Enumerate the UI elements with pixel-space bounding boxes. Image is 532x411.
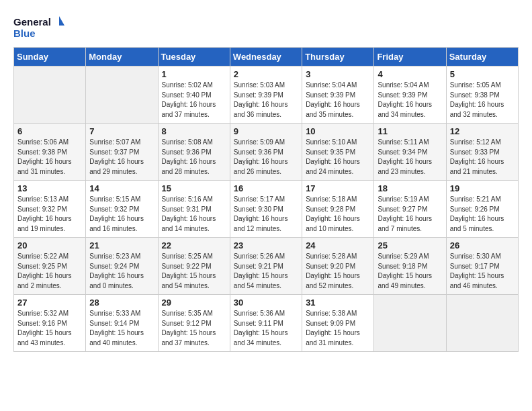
calendar-cell — [374, 295, 446, 352]
day-info: Sunrise: 5:17 AM Sunset: 9:30 PM Dayligh… — [234, 195, 298, 234]
day-info: Sunrise: 5:19 AM Sunset: 9:27 PM Dayligh… — [378, 195, 442, 234]
calendar-cell: 8Sunrise: 5:08 AM Sunset: 9:36 PM Daylig… — [158, 124, 230, 181]
day-number: 30 — [234, 298, 298, 308]
day-info: Sunrise: 5:28 AM Sunset: 9:20 PM Dayligh… — [306, 252, 370, 291]
logo: GeneralBlue — [13, 13, 67, 40]
day-info: Sunrise: 5:04 AM Sunset: 9:39 PM Dayligh… — [306, 81, 370, 120]
day-number: 15 — [162, 183, 226, 193]
calendar-cell: 20Sunrise: 5:22 AM Sunset: 9:25 PM Dayli… — [14, 238, 86, 295]
day-number: 13 — [17, 183, 82, 193]
calendar-cell: 2Sunrise: 5:03 AM Sunset: 9:39 PM Daylig… — [230, 66, 302, 124]
day-info: Sunrise: 5:30 AM Sunset: 9:17 PM Dayligh… — [450, 252, 515, 291]
calendar-cell: 16Sunrise: 5:17 AM Sunset: 9:30 PM Dayli… — [230, 181, 302, 238]
day-info: Sunrise: 5:03 AM Sunset: 9:39 PM Dayligh… — [234, 81, 298, 120]
svg-text:Blue: Blue — [13, 28, 36, 39]
day-info: Sunrise: 5:26 AM Sunset: 9:21 PM Dayligh… — [234, 252, 298, 291]
day-number: 3 — [306, 69, 370, 79]
day-number: 11 — [378, 126, 442, 136]
page-header: GeneralBlue — [13, 13, 519, 40]
day-number: 12 — [450, 126, 515, 136]
calendar-cell: 24Sunrise: 5:28 AM Sunset: 9:20 PM Dayli… — [302, 238, 374, 295]
day-info: Sunrise: 5:10 AM Sunset: 9:35 PM Dayligh… — [306, 138, 370, 177]
header-tuesday: Tuesday — [158, 48, 230, 66]
day-info: Sunrise: 5:08 AM Sunset: 9:36 PM Dayligh… — [162, 138, 226, 177]
calendar-cell: 6Sunrise: 5:06 AM Sunset: 9:38 PM Daylig… — [14, 124, 86, 181]
calendar-cell: 13Sunrise: 5:13 AM Sunset: 9:32 PM Dayli… — [14, 181, 86, 238]
calendar-week-row: 20Sunrise: 5:22 AM Sunset: 9:25 PM Dayli… — [14, 238, 519, 295]
calendar-cell: 19Sunrise: 5:21 AM Sunset: 9:26 PM Dayli… — [446, 181, 518, 238]
day-number: 25 — [378, 240, 442, 250]
day-info: Sunrise: 5:16 AM Sunset: 9:31 PM Dayligh… — [162, 195, 226, 234]
day-number: 18 — [378, 183, 442, 193]
day-number: 7 — [89, 126, 154, 136]
calendar-cell: 27Sunrise: 5:32 AM Sunset: 9:16 PM Dayli… — [14, 295, 86, 352]
day-info: Sunrise: 5:38 AM Sunset: 9:09 PM Dayligh… — [306, 309, 370, 348]
day-number: 23 — [234, 240, 298, 250]
day-number: 1 — [162, 69, 226, 79]
day-info: Sunrise: 5:33 AM Sunset: 9:14 PM Dayligh… — [89, 309, 154, 348]
day-number: 6 — [17, 126, 82, 136]
svg-marker-2 — [59, 16, 64, 26]
day-number: 19 — [450, 183, 515, 193]
day-number: 17 — [306, 183, 370, 193]
calendar-week-row: 6Sunrise: 5:06 AM Sunset: 9:38 PM Daylig… — [14, 124, 519, 181]
day-info: Sunrise: 5:18 AM Sunset: 9:28 PM Dayligh… — [306, 195, 370, 234]
calendar-cell: 18Sunrise: 5:19 AM Sunset: 9:27 PM Dayli… — [374, 181, 446, 238]
calendar-cell: 22Sunrise: 5:25 AM Sunset: 9:22 PM Dayli… — [158, 238, 230, 295]
header-thursday: Thursday — [302, 48, 374, 66]
day-info: Sunrise: 5:21 AM Sunset: 9:26 PM Dayligh… — [450, 195, 515, 234]
day-number: 21 — [89, 240, 154, 250]
day-number: 24 — [306, 240, 370, 250]
day-number: 28 — [89, 298, 154, 308]
day-info: Sunrise: 5:23 AM Sunset: 9:24 PM Dayligh… — [89, 252, 154, 291]
day-info: Sunrise: 5:25 AM Sunset: 9:22 PM Dayligh… — [162, 252, 226, 291]
calendar-cell — [446, 295, 518, 352]
day-info: Sunrise: 5:29 AM Sunset: 9:18 PM Dayligh… — [378, 252, 442, 291]
header-monday: Monday — [86, 48, 158, 66]
calendar-cell: 25Sunrise: 5:29 AM Sunset: 9:18 PM Dayli… — [374, 238, 446, 295]
calendar-cell: 28Sunrise: 5:33 AM Sunset: 9:14 PM Dayli… — [86, 295, 158, 352]
day-info: Sunrise: 5:12 AM Sunset: 9:33 PM Dayligh… — [450, 138, 515, 177]
day-info: Sunrise: 5:06 AM Sunset: 9:38 PM Dayligh… — [17, 138, 82, 177]
calendar-cell: 5Sunrise: 5:05 AM Sunset: 9:38 PM Daylig… — [446, 66, 518, 124]
day-number: 10 — [306, 126, 370, 136]
day-info: Sunrise: 5:32 AM Sunset: 9:16 PM Dayligh… — [17, 309, 82, 348]
day-info: Sunrise: 5:09 AM Sunset: 9:36 PM Dayligh… — [234, 138, 298, 177]
calendar-cell: 31Sunrise: 5:38 AM Sunset: 9:09 PM Dayli… — [302, 295, 374, 352]
calendar-cell: 17Sunrise: 5:18 AM Sunset: 9:28 PM Dayli… — [302, 181, 374, 238]
day-number: 8 — [162, 126, 226, 136]
calendar-cell: 9Sunrise: 5:09 AM Sunset: 9:36 PM Daylig… — [230, 124, 302, 181]
logo-icon: GeneralBlue — [13, 13, 67, 40]
day-number: 22 — [162, 240, 226, 250]
day-number: 31 — [306, 298, 370, 308]
day-number: 9 — [234, 126, 298, 136]
calendar-cell: 11Sunrise: 5:11 AM Sunset: 9:34 PM Dayli… — [374, 124, 446, 181]
day-number: 26 — [450, 240, 515, 250]
day-number: 2 — [234, 69, 298, 79]
calendar-week-row: 13Sunrise: 5:13 AM Sunset: 9:32 PM Dayli… — [14, 181, 519, 238]
header-wednesday: Wednesday — [230, 48, 302, 66]
calendar-cell: 1Sunrise: 5:02 AM Sunset: 9:40 PM Daylig… — [158, 66, 230, 124]
day-number: 16 — [234, 183, 298, 193]
calendar-cell — [14, 66, 86, 124]
calendar-cell: 12Sunrise: 5:12 AM Sunset: 9:33 PM Dayli… — [446, 124, 518, 181]
day-info: Sunrise: 5:11 AM Sunset: 9:34 PM Dayligh… — [378, 138, 442, 177]
calendar-week-row: 1Sunrise: 5:02 AM Sunset: 9:40 PM Daylig… — [14, 66, 519, 124]
day-info: Sunrise: 5:07 AM Sunset: 9:37 PM Dayligh… — [89, 138, 154, 177]
calendar-cell: 21Sunrise: 5:23 AM Sunset: 9:24 PM Dayli… — [86, 238, 158, 295]
calendar-cell — [86, 66, 158, 124]
day-info: Sunrise: 5:13 AM Sunset: 9:32 PM Dayligh… — [17, 195, 82, 234]
calendar-cell: 14Sunrise: 5:15 AM Sunset: 9:32 PM Dayli… — [86, 181, 158, 238]
day-number: 5 — [450, 69, 515, 79]
header-saturday: Saturday — [446, 48, 518, 66]
svg-text:General: General — [13, 16, 51, 28]
calendar-cell: 29Sunrise: 5:35 AM Sunset: 9:12 PM Dayli… — [158, 295, 230, 352]
calendar-cell: 30Sunrise: 5:36 AM Sunset: 9:11 PM Dayli… — [230, 295, 302, 352]
calendar-cell: 10Sunrise: 5:10 AM Sunset: 9:35 PM Dayli… — [302, 124, 374, 181]
day-info: Sunrise: 5:36 AM Sunset: 9:11 PM Dayligh… — [234, 309, 298, 348]
calendar-cell: 3Sunrise: 5:04 AM Sunset: 9:39 PM Daylig… — [302, 66, 374, 124]
day-number: 20 — [17, 240, 82, 250]
day-number: 4 — [378, 69, 442, 79]
calendar-week-row: 27Sunrise: 5:32 AM Sunset: 9:16 PM Dayli… — [14, 295, 519, 352]
calendar-cell: 26Sunrise: 5:30 AM Sunset: 9:17 PM Dayli… — [446, 238, 518, 295]
